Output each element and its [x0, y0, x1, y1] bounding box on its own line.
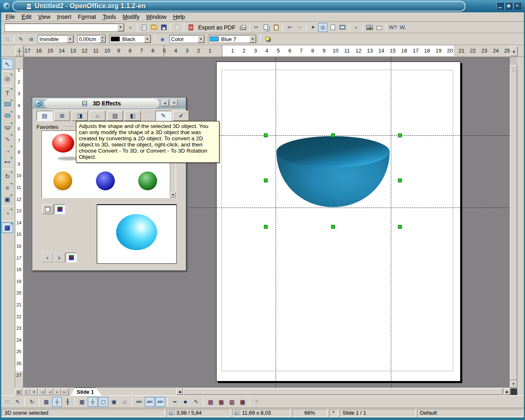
layer-view-button[interactable]: ▤	[15, 388, 22, 395]
chevron-down-icon[interactable]: ▼	[198, 35, 204, 43]
menu-insert[interactable]: Insert	[54, 13, 75, 21]
fill-color-combo[interactable]: ▼	[208, 35, 256, 43]
shadow-icon[interactable]	[263, 34, 272, 43]
line-width-value[interactable]	[78, 36, 100, 42]
selection-handle[interactable]	[398, 134, 402, 137]
tab-favorites[interactable]: ▤	[37, 111, 52, 121]
snap-to-grid-icon[interactable]: ▩	[77, 397, 87, 407]
new-document-icon[interactable]	[139, 23, 148, 32]
rotate-tool[interactable]: ↻	[2, 171, 13, 181]
ellipse-tool[interactable]	[2, 110, 13, 121]
menu-view[interactable]: View	[35, 13, 54, 21]
modify-with-attributes-icon[interactable]: ✎	[191, 397, 201, 407]
selection-handle[interactable]	[264, 134, 268, 137]
menu-help[interactable]: Help	[170, 13, 188, 21]
simple-handles-icon[interactable]: ▪▪	[170, 397, 180, 407]
select-text-area-icon[interactable]: ABC	[134, 397, 144, 407]
tab-shading[interactable]: ◨	[72, 111, 88, 121]
vertical-ruler[interactable]: 1234567891011121314151617181920212223242…	[15, 57, 23, 388]
fill-bucket-icon[interactable]: ◆	[158, 34, 167, 43]
scroll-left-button[interactable]: ◀	[176, 388, 183, 395]
convert-to-rotation-object-button[interactable]	[54, 204, 65, 214]
line-width-field[interactable]: ▲▼	[77, 35, 106, 43]
show-snap-lines-icon[interactable]: ┼	[52, 397, 62, 407]
status-slide[interactable]: Slide 1 / 1	[340, 409, 415, 417]
tab-textures[interactable]: ▨	[107, 111, 123, 121]
double-click-edit-text-icon[interactable]: ABC	[155, 397, 165, 407]
tab-material[interactable]: ◧	[125, 111, 141, 121]
url-combo-input[interactable]	[5, 24, 117, 30]
tab-geometry[interactable]: ⊞	[54, 111, 70, 121]
copy-icon[interactable]	[262, 23, 271, 32]
scroll-up-button[interactable]: ▲	[510, 46, 518, 56]
close-button[interactable]: ✕	[514, 2, 521, 9]
snap-to-object-border-icon[interactable]: ▣	[109, 397, 119, 407]
effects-3d-tool[interactable]	[2, 222, 13, 233]
chevron-down-icon[interactable]: ▼	[249, 35, 256, 43]
zoom-tool[interactable]: ◎	[2, 73, 13, 84]
selection-handle[interactable]	[264, 225, 268, 229]
print-icon[interactable]	[238, 23, 247, 32]
chevron-down-icon[interactable]: ▼	[144, 35, 151, 43]
favorite-blue-sphere[interactable]	[96, 171, 115, 190]
insert-tool[interactable]: ◔	[2, 208, 13, 219]
open-document-icon[interactable]	[149, 23, 158, 32]
horizontal-scrollbar[interactable]: ◀ ▶	[176, 388, 517, 395]
status-zoom[interactable]: 68%	[292, 409, 327, 417]
picture-placeholder-icon[interactable]: ▨	[205, 397, 215, 407]
maximize-button[interactable]: ▣	[505, 2, 512, 9]
status-layout[interactable]: Default	[417, 409, 523, 417]
line-style-value[interactable]	[38, 36, 67, 42]
alignment-tool[interactable]: ≡	[2, 182, 13, 193]
horizontal-ruler[interactable]: 1716151413121110987654321 12345678910111…	[24, 45, 510, 57]
show-grid-icon[interactable]: ▦	[41, 397, 51, 407]
chevron-down-icon[interactable]: ▼	[67, 35, 73, 43]
snap-to-page-margins-icon[interactable]: ▢	[98, 397, 108, 407]
edit-points-icon[interactable]: ∷	[3, 34, 12, 43]
rectangle-tool[interactable]	[2, 99, 13, 110]
dialog-titlebar[interactable]: ▼ 3D Effects ▲ ✕	[33, 98, 186, 109]
snap-to-snap-lines-icon[interactable]: ┼	[88, 397, 98, 407]
menu-format[interactable]: Format	[75, 13, 99, 21]
arrange-tool[interactable]: ▣	[2, 194, 13, 204]
minimize-button[interactable]: ▁	[496, 2, 504, 9]
quick-edit-pen-icon[interactable]: ✎	[13, 397, 23, 407]
menu-edit[interactable]: Edit	[18, 13, 35, 21]
large-handles-icon[interactable]: ■	[180, 397, 190, 407]
help-agent-icon[interactable]: W,	[398, 23, 407, 32]
menu-modify[interactable]: Modify	[119, 13, 143, 21]
scroll-down-button[interactable]: ▼	[170, 192, 176, 198]
scroll-right-button[interactable]: ▶	[504, 388, 510, 395]
status-position[interactable]: 3,98 / 5,84	[167, 409, 231, 417]
selection-handle[interactable]	[331, 225, 335, 229]
export-pdf-icon[interactable]	[186, 23, 195, 32]
assign-button[interactable]: ✔	[173, 111, 189, 121]
dialog-close-button[interactable]: ✕	[171, 100, 178, 106]
favorite-green-sphere[interactable]	[138, 171, 157, 190]
background-view-button[interactable]: ≡	[30, 388, 38, 395]
line-contour-icon[interactable]: ▦	[237, 397, 247, 407]
snap-line-vertical-1[interactable]	[276, 57, 276, 388]
tab-illumination[interactable]: ☼	[89, 111, 105, 121]
edit-points-mode-icon[interactable]: ∷	[2, 397, 12, 407]
dialog-menu-button[interactable]: ▼	[35, 100, 42, 107]
navigator-icon[interactable]: ✦	[308, 23, 317, 32]
pen-style-icon[interactable]: ✎	[16, 34, 25, 43]
rollup-button[interactable]: ▲	[162, 100, 169, 106]
menu-tools[interactable]: Tools	[99, 13, 119, 21]
snap-line-vertical-2[interactable]	[391, 57, 391, 388]
text-placeholder-icon[interactable]: ▧	[227, 397, 237, 407]
url-combo[interactable]: ▼	[5, 23, 124, 32]
paste-icon[interactable]	[272, 23, 281, 32]
slide-view-button[interactable]: ▯	[23, 388, 30, 395]
imagemap-icon[interactable]	[375, 23, 384, 32]
favorite-red-sphere[interactable]	[52, 134, 74, 153]
line-color-combo[interactable]: ▼	[109, 35, 151, 43]
tab-slide-1[interactable]: Slide 1	[71, 388, 101, 395]
update-button[interactable]: ✎	[155, 111, 171, 121]
window-menu-button[interactable]: ▼	[3, 2, 11, 10]
export-pdf-label[interactable]: Export as PDF	[196, 23, 237, 32]
scroll-down-button[interactable]: ▼	[510, 380, 517, 388]
line-color-value[interactable]	[121, 36, 144, 42]
chevron-down-icon[interactable]: ▼	[117, 24, 124, 31]
